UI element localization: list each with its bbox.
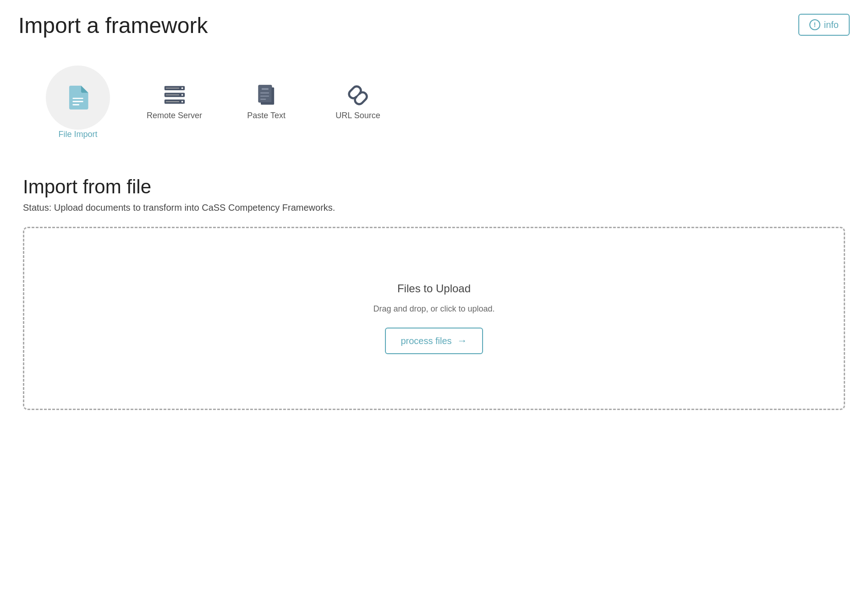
arrow-right-icon: →: [457, 335, 467, 347]
file-drop-zone[interactable]: Files to Upload Drag and drop, or click …: [23, 227, 845, 410]
tab-file-import-label: File Import: [58, 130, 97, 139]
svg-point-8: [181, 101, 183, 103]
paste-text-icon: [255, 84, 277, 106]
tab-url-source-label: URL Source: [335, 111, 380, 120]
section-status: Status: Upload documents to transform in…: [23, 202, 845, 213]
svg-point-7: [181, 94, 183, 96]
tab-file-import[interactable]: File Import: [27, 56, 128, 148]
process-files-label: process files: [401, 336, 451, 346]
info-button[interactable]: ! info: [798, 14, 850, 36]
drop-zone-subtitle: Drag and drop, or click to upload.: [373, 304, 494, 314]
url-source-icon-wrapper: [347, 84, 369, 106]
svg-rect-13: [258, 85, 272, 103]
drop-zone-title: Files to Upload: [397, 282, 471, 295]
file-import-icon: [66, 86, 90, 109]
page-header: Import a framework ! info: [18, 14, 850, 38]
section-title: Import from file: [23, 176, 845, 198]
process-files-button[interactable]: process files →: [385, 328, 483, 354]
paste-text-icon-wrapper: [255, 84, 277, 106]
page-title: Import a framework: [18, 14, 208, 38]
info-button-label: info: [824, 20, 839, 30]
remote-server-icon: [164, 84, 186, 106]
content-section: Import from file Status: Upload document…: [18, 176, 850, 410]
tab-paste-text-label: Paste Text: [247, 111, 286, 120]
tab-remote-server-label: Remote Server: [147, 111, 202, 120]
url-source-icon: [347, 84, 369, 106]
import-method-tabs: File Import Remote Server: [18, 56, 850, 148]
tab-remote-server[interactable]: Remote Server: [128, 75, 220, 130]
tab-url-source[interactable]: URL Source: [312, 75, 404, 130]
remote-server-icon-wrapper: [164, 84, 186, 106]
svg-rect-14: [262, 88, 269, 89]
file-import-icon-wrapper: [46, 66, 110, 130]
tab-paste-text[interactable]: Paste Text: [220, 75, 312, 130]
info-icon: !: [809, 19, 820, 30]
svg-line-18: [356, 93, 361, 98]
svg-point-6: [181, 87, 183, 89]
